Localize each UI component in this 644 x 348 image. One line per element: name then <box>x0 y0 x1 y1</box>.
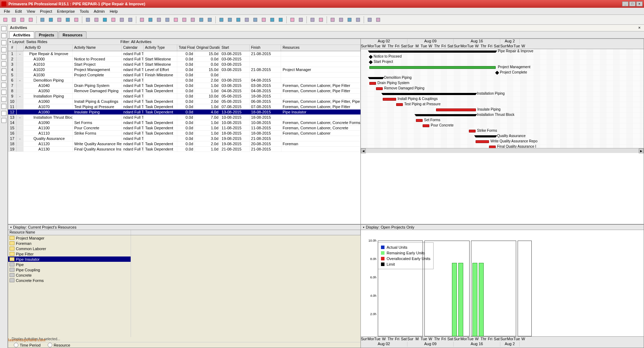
activity-row[interactable]: 5A1030Project Completendard Full TimeFin… <box>8 72 360 78</box>
toolbar-codes-icon[interactable] <box>277 16 285 24</box>
activity-row[interactable]: 11A1070Test Piping at Pressurendard Full… <box>8 104 360 110</box>
gantt-bar[interactable] <box>383 98 396 101</box>
toolbar-dd7-icon[interactable] <box>374 16 382 24</box>
activity-row[interactable]: 6-Demolition Pipingndard Full Time0.0d2.… <box>8 78 360 83</box>
toolbar-zoom-icon[interactable] <box>226 16 234 24</box>
leftbar-icon-1[interactable] <box>1 33 6 38</box>
col-num[interactable]: # <box>8 45 17 51</box>
gantt-bar[interactable] <box>396 103 403 106</box>
leftbar-icon-7[interactable] <box>1 76 6 81</box>
radio-resource[interactable]: Resource <box>48 343 70 347</box>
col-activity-id[interactable]: Activity ID <box>24 45 73 51</box>
toolbar-num-icon[interactable] <box>197 16 205 24</box>
toolbar-add-icon[interactable] <box>251 16 259 24</box>
menu-file[interactable]: File <box>1 8 13 14</box>
gantt-bar[interactable] <box>423 124 429 127</box>
resource-row[interactable]: Pipe Insulator <box>8 256 131 262</box>
gantt-bar[interactable] <box>369 82 376 85</box>
layout-bar[interactable]: ▾ Layout: Swiss Rides <box>8 39 118 45</box>
gantt-bar[interactable] <box>416 114 476 116</box>
scroll-left-button[interactable]: ◀ <box>361 148 366 153</box>
toolbar-rel-icon[interactable] <box>243 16 251 24</box>
toolbar-filter-icon[interactable] <box>163 16 171 24</box>
gantt-bar[interactable] <box>436 108 476 111</box>
tab-activities[interactable]: Activities <box>9 31 34 38</box>
toolbar-find-icon[interactable] <box>217 16 225 24</box>
close-button[interactable]: × <box>636 1 643 6</box>
toolbar-paste-icon[interactable] <box>101 16 109 24</box>
toolbar-wizard-icon[interactable] <box>64 16 72 24</box>
leftbar-icon-6[interactable] <box>1 69 6 73</box>
gantt-bar[interactable] <box>369 66 496 69</box>
toolbar-gantt-icon[interactable] <box>47 16 55 24</box>
col-original-duration[interactable]: Original Duration <box>195 45 220 51</box>
toolbar-dd-icon[interactable] <box>72 16 80 24</box>
gantt-body[interactable]: Pipe Repair & ImproveNotice to ProceedSt… <box>361 49 644 148</box>
toolbar-cols-icon[interactable] <box>138 16 146 24</box>
gantt-bar[interactable] <box>369 51 496 53</box>
leftbar-icon-11[interactable] <box>1 104 6 109</box>
menu-admin[interactable]: Admin <box>91 8 107 14</box>
gantt-bar[interactable] <box>383 93 476 95</box>
activity-row[interactable]: 8A1050Remove Damaged Pipingndard Full Ti… <box>8 88 360 94</box>
activity-row[interactable]: 4A1020Project Managementndard Full TimeL… <box>8 67 360 72</box>
resource-grid[interactable]: Project ManagerForemanCommon LaborerPipe… <box>8 235 131 337</box>
activity-row[interactable]: 18A1120Write Quality Assurance Reportnda… <box>8 141 360 147</box>
leftbar-icon-9[interactable] <box>1 90 6 95</box>
menu-tools[interactable]: Tools <box>77 8 91 14</box>
leftbar-icon-4[interactable] <box>1 54 6 59</box>
resource-display-bar[interactable]: ▾ Display: Current Project's Resources <box>8 225 360 230</box>
toolbar-dd3-icon[interactable] <box>172 16 180 24</box>
resource-row[interactable]: Pipe Coupling <box>8 267 131 272</box>
grid-body[interactable]: 1-Pipe Repair & Improvendard Full Time0.… <box>8 51 360 152</box>
gantt-hscroll[interactable]: ◀ ▶ <box>361 148 644 153</box>
gantt-bar[interactable] <box>369 60 372 64</box>
leftbar-icon-0[interactable] <box>1 26 6 31</box>
col-calendar[interactable]: Calendar <box>122 45 144 51</box>
gantt-bar[interactable] <box>376 87 383 90</box>
activity-row[interactable]: 13-Installation Thrust Blockndard Full T… <box>8 115 360 120</box>
gantt-bar[interactable] <box>469 130 476 132</box>
activity-row[interactable]: 12A1080Insulate Pipingndard Full TimeTas… <box>8 110 360 115</box>
toolbar-dd4-icon[interactable] <box>189 16 197 24</box>
toolbar-left-icon[interactable] <box>329 16 336 24</box>
activity-row[interactable]: 19A1130Final Quality Assurance Inspectio… <box>8 147 360 152</box>
resource-row[interactable]: Concrete Forms <box>8 278 131 283</box>
activity-row[interactable]: 14A1090Set Formsndard Full TimeTask Depe… <box>8 120 360 125</box>
gantt-bar[interactable] <box>476 140 489 143</box>
toolbar-print-icon[interactable] <box>1 16 9 24</box>
activity-row[interactable]: 1-Pipe Repair & Improvendard Full Time0.… <box>8 51 360 57</box>
toolbar-res-icon[interactable] <box>234 16 242 24</box>
toolbar-bars-icon[interactable] <box>147 16 154 24</box>
leftbar-icon-12[interactable] <box>1 111 6 116</box>
toolbar-redo-icon[interactable] <box>126 16 134 24</box>
gantt-bar[interactable] <box>489 146 496 148</box>
histogram-display-bar[interactable]: ▾ Display: Open Projects Only <box>361 225 644 230</box>
gantt-bar[interactable] <box>416 119 423 122</box>
section-close-button[interactable]: × <box>637 25 642 30</box>
maximize-button[interactable]: □ <box>629 1 636 6</box>
menu-edit[interactable]: Edit <box>13 8 24 14</box>
tab-projects[interactable]: Projects <box>35 31 58 38</box>
toolbar-steps-icon[interactable] <box>260 16 268 24</box>
tab-resources[interactable]: Resources <box>59 31 86 38</box>
activity-row[interactable]: 10A1060Install Piping & Couplingsndard F… <box>8 99 360 104</box>
toolbar-grid-icon[interactable] <box>38 16 46 24</box>
resource-row[interactable]: Common Laborer <box>8 246 131 251</box>
gantt-bar[interactable] <box>495 71 499 75</box>
activity-row[interactable]: 15A1100Pour Concretendard Full TimeTask … <box>8 125 360 131</box>
col-resources[interactable]: Resources <box>281 45 360 51</box>
leftbar-icon-2[interactable] <box>1 40 6 45</box>
leftbar-icon-13[interactable] <box>1 118 6 123</box>
leftbar-icon-3[interactable] <box>1 47 6 52</box>
toolbar-link-icon[interactable] <box>109 16 117 24</box>
toolbar-note-icon[interactable] <box>346 16 353 24</box>
leftbar-icon-10[interactable] <box>1 97 6 102</box>
toolbar-cut-icon[interactable] <box>93 16 100 24</box>
leftbar-icon-5[interactable] <box>1 61 6 66</box>
col-resource-name[interactable]: Resource Name <box>8 230 131 235</box>
menu-view[interactable]: View <box>24 8 38 14</box>
toolbar-copy-icon[interactable] <box>84 16 92 24</box>
gantt-bar[interactable] <box>369 77 383 79</box>
radio-time-period[interactable]: Time Period <box>14 343 41 347</box>
